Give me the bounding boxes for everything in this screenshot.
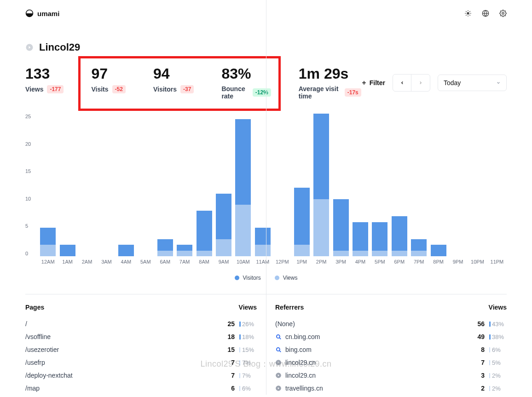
- x-label: 1PM: [292, 259, 311, 265]
- legend-dot-visitors: [235, 276, 239, 280]
- page-path: /usezerotier: [25, 346, 59, 353]
- x-label: 11AM: [253, 259, 272, 265]
- site-name[interactable]: Lincol29: [39, 41, 80, 53]
- date-range-select[interactable]: Today: [438, 75, 507, 91]
- bar-7PM[interactable]: [411, 239, 427, 256]
- bar-4PM[interactable]: [353, 222, 368, 256]
- page-views: 7: [225, 359, 235, 366]
- pages-views-label: Views: [239, 304, 257, 311]
- referrer-views: 2: [474, 385, 485, 392]
- metric-bounce-rate[interactable]: 83% Bounce rate-12%: [221, 65, 271, 100]
- x-label: 8AM: [194, 259, 214, 265]
- bar-12AM[interactable]: [40, 228, 56, 256]
- theme-icon[interactable]: [464, 10, 472, 17]
- page-path: /vsoffline: [25, 333, 51, 340]
- referrer-pct: 2%: [489, 385, 507, 392]
- bar-7AM[interactable]: [177, 245, 192, 256]
- bar-9AM[interactable]: [216, 194, 231, 256]
- x-label: 5PM: [370, 259, 389, 265]
- bar-6AM[interactable]: [157, 239, 173, 256]
- pages-table: PagesViews / 2526%/vsoffline 1818%/useze…: [25, 304, 257, 395]
- bar-5PM[interactable]: [372, 222, 387, 256]
- bar-8PM[interactable]: [431, 245, 446, 256]
- svg-point-18: [277, 348, 280, 351]
- bar-3PM[interactable]: [333, 199, 349, 256]
- chevron-right-icon: [418, 81, 423, 85]
- page-pct: 7%: [239, 359, 257, 366]
- metric-value: 97: [91, 65, 125, 82]
- favicon-icon: [275, 372, 282, 379]
- bar-1AM[interactable]: [60, 245, 75, 256]
- referrer-row[interactable]: (None) 5643%: [275, 317, 507, 330]
- page-row[interactable]: /map 66%: [25, 382, 257, 395]
- metric-delta: -37: [180, 85, 194, 93]
- metric-delta: -177: [47, 85, 64, 93]
- metric-views[interactable]: 133 Views-177: [25, 65, 64, 100]
- metric-average-visit-time[interactable]: 1m 29s Average visit time-17s: [299, 65, 361, 100]
- metric-value: 94: [153, 65, 194, 82]
- referrer-domain: (None): [275, 320, 295, 328]
- page-row[interactable]: /deploy-nextchat 77%: [25, 369, 257, 382]
- x-label: 10PM: [468, 259, 487, 265]
- chevron-down-icon: [496, 81, 501, 85]
- filter-button[interactable]: Filter: [361, 79, 385, 86]
- x-label: 4PM: [351, 259, 370, 265]
- referrer-pct: 43%: [489, 321, 507, 328]
- filter-label: Filter: [370, 79, 385, 86]
- site-arrow-icon[interactable]: [25, 43, 34, 52]
- x-label: 9PM: [448, 259, 468, 265]
- page-row[interactable]: /vsoffline 1818%: [25, 330, 257, 343]
- favicon-icon: [275, 385, 282, 391]
- bar-1PM[interactable]: [294, 188, 310, 256]
- referrer-row[interactable]: lincol29.cn 75%: [275, 356, 507, 369]
- page-views: 18: [225, 333, 235, 340]
- page-pct: 6%: [239, 385, 257, 392]
- metric-visitors[interactable]: 94 Visitors-37: [153, 65, 194, 100]
- metric-visits[interactable]: 97 Visits-52: [91, 65, 125, 100]
- bar-8AM[interactable]: [197, 211, 212, 256]
- referrer-domain: lincol29.cn: [285, 372, 316, 379]
- referrer-domain: lincol29.cn: [285, 359, 316, 366]
- page-views: 15: [225, 346, 235, 353]
- bar-11AM[interactable]: [255, 228, 271, 256]
- svg-line-19: [279, 351, 281, 352]
- plus-icon: [361, 80, 367, 86]
- referrer-row[interactable]: travellings.cn 22%: [275, 382, 507, 395]
- page-row[interactable]: / 2526%: [25, 317, 257, 330]
- pager-prev[interactable]: [393, 75, 411, 91]
- svg-line-9: [469, 11, 470, 12]
- brand[interactable]: umami: [25, 9, 59, 17]
- referrer-row[interactable]: cn.bing.com 4938%: [275, 330, 507, 343]
- x-axis-labels: 12AM1AM2AM3AM4AM5AM6AM7AM8AM9AM10AM11AM1…: [38, 259, 507, 265]
- date-range-label: Today: [444, 79, 461, 86]
- x-label: 6PM: [390, 259, 409, 265]
- legend-dot-views: [275, 276, 279, 280]
- bar-6PM[interactable]: [392, 216, 407, 256]
- globe-icon[interactable]: [482, 10, 489, 17]
- page-path: /usefrp: [25, 359, 45, 366]
- settings-icon[interactable]: [499, 10, 507, 17]
- bar-10AM[interactable]: [235, 119, 251, 256]
- metric-label: Average visit time: [299, 85, 341, 100]
- metrics-block: 133 Views-17797 Visits-5294 Visitors-378…: [25, 65, 361, 100]
- referrer-row[interactable]: bing.com 86%: [275, 343, 507, 356]
- referrers-title: Referrers: [275, 304, 304, 311]
- x-label: 4AM: [116, 259, 136, 265]
- x-label: 7PM: [409, 259, 428, 265]
- metric-label: Visitors: [153, 86, 177, 93]
- x-label: 8PM: [428, 259, 448, 265]
- page-views: 6: [225, 385, 235, 392]
- page-row[interactable]: /usezerotier 1515%: [25, 343, 257, 356]
- x-label: 3PM: [331, 259, 350, 265]
- x-label: 3AM: [97, 259, 116, 265]
- divider-vertical: [266, 0, 266, 395]
- referrer-row[interactable]: lincol29.cn 32%: [275, 369, 507, 382]
- chevron-left-icon: [400, 81, 405, 85]
- bar-2PM[interactable]: [313, 114, 329, 256]
- referrer-pct: 6%: [489, 346, 507, 353]
- page-row[interactable]: /usefrp 77%: [25, 356, 257, 369]
- svg-point-12: [502, 12, 504, 14]
- referrer-pct: 38%: [489, 334, 507, 340]
- metric-delta: -17s: [345, 88, 361, 97]
- bar-4AM[interactable]: [118, 245, 134, 256]
